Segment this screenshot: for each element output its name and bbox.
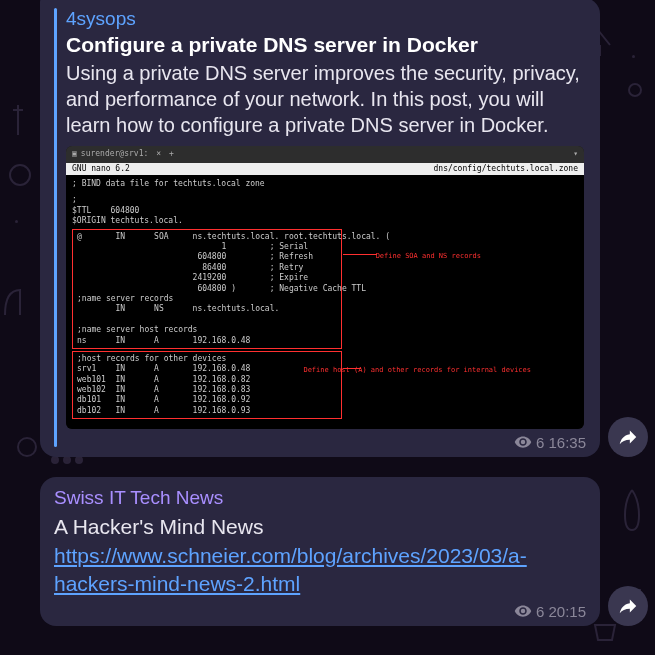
views-icon xyxy=(514,433,532,451)
preview-image-terminal[interactable]: ▣ surender@srv1: × + ▾ GNU nano 6.2 dns/… xyxy=(66,146,584,429)
add-tab-icon: + xyxy=(169,149,174,159)
editor-body: ; BIND data file for techtuts.local zone… xyxy=(66,175,584,429)
message-meta: 6 16:35 xyxy=(66,433,586,451)
terminal-tabs: ▣ surender@srv1: × + ▾ xyxy=(66,146,584,162)
message-link[interactable]: https://www.schneier.com/blog/archives/2… xyxy=(54,544,527,595)
editor-header: GNU nano 6.2 dns/config/techtuts.local.z… xyxy=(66,163,584,175)
message-source[interactable]: Swiss IT Tech News xyxy=(54,487,586,509)
views-count: 6 xyxy=(536,434,544,451)
message-time: 16:35 xyxy=(548,434,586,451)
quote-bar xyxy=(54,8,57,447)
message-time: 20:15 xyxy=(548,603,586,620)
annotation-label: Define SOA and NS records xyxy=(376,252,481,261)
chat-container: 4sysops Configure a private DNS server i… xyxy=(0,0,655,655)
views-icon xyxy=(514,602,532,620)
message-body: A Hacker's Mind News https://www.schneie… xyxy=(54,513,586,598)
article-description: Using a private DNS server improves the … xyxy=(66,60,586,138)
message-bubble[interactable]: Swiss IT Tech News A Hacker's Mind News … xyxy=(40,477,600,626)
views-count: 6 xyxy=(536,603,544,620)
annotation-box: ;host records for other devices srv1 IN … xyxy=(72,351,342,419)
share-icon xyxy=(617,595,639,617)
share-icon xyxy=(617,426,639,448)
share-button[interactable] xyxy=(608,417,648,457)
message-meta: 6 20:15 xyxy=(54,602,586,620)
annotation-label: Define host (A) and other records for in… xyxy=(303,366,531,375)
close-icon: × xyxy=(156,149,161,159)
article-title: Configure a private DNS server in Docker xyxy=(66,32,586,58)
share-button[interactable] xyxy=(608,586,648,626)
terminal-tab: ▣ surender@srv1: xyxy=(72,149,148,159)
message-bubble[interactable]: 4sysops Configure a private DNS server i… xyxy=(40,0,600,457)
message-source[interactable]: 4sysops xyxy=(66,8,586,30)
annotation-box: @ IN SOA ns.techtuts.local. root.techtut… xyxy=(72,229,342,349)
dropdown-icon: ▾ xyxy=(573,149,578,159)
